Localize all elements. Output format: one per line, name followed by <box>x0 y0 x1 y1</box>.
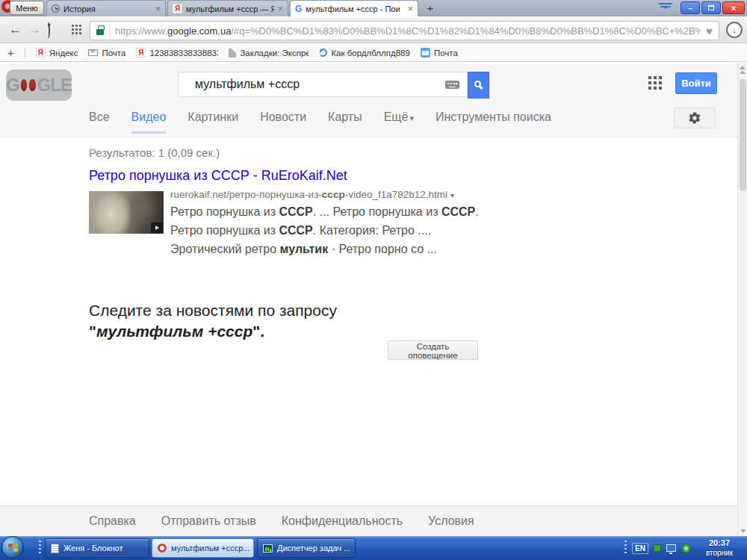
search-input[interactable] <box>179 72 467 96</box>
search-box <box>178 72 468 97</box>
reload-button[interactable] <box>47 24 50 37</box>
forward-button[interactable]: → <box>28 22 41 38</box>
tray-green-square-icon[interactable] <box>654 544 661 552</box>
news-alert-prompt: Следите за новостями по запросу "мультфи… <box>89 300 337 342</box>
back-button[interactable]: ← <box>9 22 22 38</box>
tab-maps[interactable]: Карты <box>328 111 362 134</box>
close-icon[interactable]: × <box>155 4 161 13</box>
google-header: GGLE Войти Все Видео Картинки Новости Ка… <box>0 63 747 137</box>
page-scrollbar[interactable] <box>737 63 747 536</box>
bookmark-yandex[interactable]: Я Яндекс <box>36 48 78 57</box>
browser-toolbar: ← → https://www.google.com.ua/#q=%D0%BC%… <box>0 17 747 43</box>
speed-dial-icon[interactable] <box>72 25 74 27</box>
result-dropdown-icon[interactable]: ▾ <box>450 191 454 199</box>
logo-o-circle <box>21 79 27 91</box>
result-stats: Результатов: 1 (0,09 сек.) <box>89 146 220 159</box>
result-url-text: ruerokaif.net/ретро-порнушка-из-ссср-vid… <box>170 189 447 200</box>
bookmark-express[interactable]: Закладки: Экспресс <box>229 49 309 57</box>
alert-query: "мультфильм +ссср". <box>89 321 337 342</box>
chevron-down-icon: ▾ <box>409 113 414 122</box>
minimize-button[interactable]: – <box>681 1 700 14</box>
window-title: мультфильм +ссср... <box>171 544 249 553</box>
tab-title: мультфильм +ссср - Пои <box>306 4 404 13</box>
yandex-icon: Я <box>36 48 46 57</box>
footer-link-terms[interactable]: Условия <box>428 514 474 528</box>
tab-video[interactable]: Видео <box>131 111 167 134</box>
language-indicator[interactable]: EN <box>632 543 648 554</box>
google-icon: G <box>295 4 302 14</box>
mail-blue-icon <box>421 48 430 57</box>
bookmark-label: Как бордлбллпд889 <box>331 49 409 57</box>
notepad-icon <box>51 544 59 553</box>
window-title: Диспетчер задач ... <box>277 544 350 553</box>
bookmark-kak[interactable]: Как бордлбллпд889 <box>319 49 409 57</box>
maximize-button[interactable] <box>701 1 721 14</box>
result-title-link[interactable]: Ретро порнушка из СССР - RuEroKaif.Net <box>89 168 485 184</box>
bookmark-mail[interactable]: Почта <box>88 49 125 57</box>
tab-all[interactable]: Все <box>89 111 110 134</box>
clock-time: 20:37 <box>696 538 743 548</box>
keyboard-icon[interactable] <box>445 81 459 89</box>
downloads-button[interactable]: ↓ <box>726 22 743 38</box>
footer-link-help[interactable]: Справка <box>89 514 136 528</box>
scroll-up-icon <box>740 66 746 69</box>
result-body: ruerokaif.net/ретро-порнушка-из-ссср-vid… <box>89 189 485 258</box>
scrollbar-thumb[interactable] <box>740 79 746 191</box>
close-icon[interactable]: × <box>408 4 413 13</box>
close-window-button[interactable]: × <box>722 1 745 14</box>
clock[interactable]: 20:37 вторник <box>696 538 743 558</box>
tray-network-icon[interactable] <box>666 544 676 552</box>
footer-link-privacy[interactable]: Конфиденциальность <box>282 514 403 528</box>
bookmark-label: Яндекс <box>49 49 78 57</box>
footer-link-feedback[interactable]: Отправить отзыв <box>161 514 256 528</box>
bookmark-heart-icon[interactable]: ♥ <box>706 25 713 37</box>
bookmark-label: Закладки: Экспресс <box>240 49 309 57</box>
search-type-tabs: Все Видео Картинки Новости Карты Ещё▾ Ин… <box>89 111 551 134</box>
tab-menu-icon[interactable] <box>659 3 672 13</box>
tray-emule-icon[interactable]: e <box>681 544 691 553</box>
url-prefix: https://www. <box>115 25 167 37</box>
play-icon <box>151 223 163 233</box>
new-tab-button[interactable]: + <box>421 1 439 15</box>
tab-google-search[interactable]: G мультфильм +ссср - Пои × <box>290 0 418 16</box>
sign-in-button[interactable]: Войти <box>675 72 717 94</box>
scroll-up-icon <box>740 70 746 74</box>
history-icon <box>52 4 60 13</box>
tab-history[interactable]: История × <box>46 0 166 16</box>
apps-grid-icon[interactable] <box>648 76 651 79</box>
create-alert-button[interactable]: Создать оповещение <box>388 340 478 360</box>
close-icon[interactable]: × <box>278 4 283 13</box>
taskbar-window-opera[interactable]: мультфильм +ссср... <box>152 538 254 558</box>
alert-line1: Следите за новостями по запросу <box>89 300 337 321</box>
tab-images[interactable]: Картинки <box>187 111 238 134</box>
logo-letter: G <box>6 75 19 96</box>
search-button[interactable] <box>468 72 489 99</box>
bookmark-number[interactable]: Я 1238383383388338 <box>136 48 218 57</box>
tab-search-tools[interactable]: Инструменты поиска <box>436 111 551 134</box>
bookmark-label: Почта <box>434 49 458 57</box>
tab-more[interactable]: Ещё▾ <box>384 111 414 134</box>
taskbar-window-taskmgr[interactable]: Диспетчер задач ... <box>257 538 356 558</box>
envelope-icon <box>88 49 98 56</box>
address-bar[interactable]: https://www.google.com.ua/#q=%D0%BC%D1%8… <box>90 21 719 40</box>
add-bookmark-button[interactable]: + <box>7 47 14 58</box>
start-button[interactable] <box>1 536 24 559</box>
bookmarks-bar: + Я Яндекс Почта Я 1238383383388338 Закл… <box>0 44 747 62</box>
taskbar: Женя - Блокнот мультфильм +ссср... Диспе… <box>0 536 747 560</box>
result-snippet: Ретро порнушка из СССР. ... Ретро порнуш… <box>170 202 487 258</box>
browser-tab-bar: Меню История × Я мультфильм +ссср — Ян ×… <box>0 0 747 16</box>
tray-grip <box>624 541 627 556</box>
browser-menu-button[interactable]: Меню <box>10 1 44 15</box>
video-thumbnail[interactable] <box>89 191 164 234</box>
gear-icon <box>688 111 701 125</box>
settings-button[interactable] <box>674 108 716 128</box>
taskbar-window-notepad[interactable]: Женя - Блокнот <box>45 538 149 558</box>
magnifier-icon <box>474 81 481 87</box>
tab-news[interactable]: Новости <box>260 111 306 134</box>
bookmark-mail-2[interactable]: Почта <box>421 48 458 57</box>
tab-yandex-search[interactable]: Я мультфильм +ссср — Ян × <box>167 0 288 16</box>
tab-more-label: Ещё <box>384 111 409 123</box>
google-logo: GGLE <box>6 69 72 101</box>
scroll-down-icon <box>740 529 746 533</box>
reload-icon <box>47 22 50 38</box>
